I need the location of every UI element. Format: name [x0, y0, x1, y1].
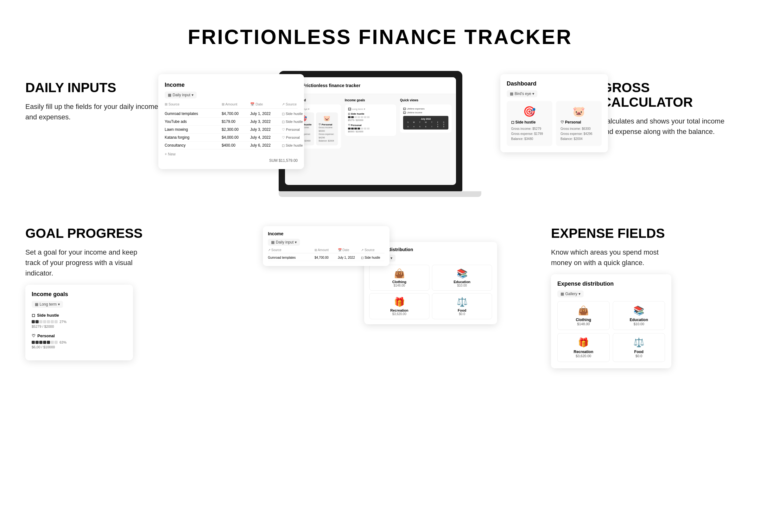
side-hustle-stats: Gross income: $5279 Gross expense: $1799…: [511, 126, 548, 142]
side-hustle-goal: ◻ Side hustle 27% $5279 / $2000: [32, 313, 127, 328]
expense-dist-title: Expense distribution: [557, 281, 665, 287]
bottom-center-area: Income ▦ Daily input ▾ ↗ Source⊞ Amount📅…: [263, 226, 497, 334]
education-expense: 📚 Education $10.00: [613, 301, 665, 330]
daily-input-filter[interactable]: ▦ Daily input ▾: [165, 91, 197, 98]
personal-icon: ♡: [32, 333, 35, 338]
filter-label: Gallery: [565, 292, 577, 296]
filter-label: Long term: [40, 302, 57, 307]
table-row: YouTube ads $179.00 July 3, 2022 ◻ Side …: [165, 118, 298, 126]
add-new-button[interactable]: + New: [165, 152, 298, 157]
side-hustle-amounts: $5279 / $2000: [32, 324, 127, 328]
filter-label: Daily input: [172, 93, 190, 97]
app-quick-views-section: Quick views 🔲 Lifetime expenses 🔲 Lifeti…: [400, 98, 451, 180]
personal-amounts: $6,00 / $10000: [32, 345, 127, 349]
birds-eye-filter[interactable]: ▦ Bird's eye ▾: [507, 90, 537, 97]
income-card: Income ▦ Daily input ▾ ⊞ Source ⊞ Amount…: [158, 74, 304, 169]
filter-icon: ▦: [35, 302, 38, 307]
app-screen: 📦 Frictionless finance tracker Dashboard…: [285, 77, 456, 185]
personal-goal: ♡ Personal 63% $6,00 / $10000: [32, 333, 127, 349]
recreation-icon: 🎁: [561, 337, 605, 348]
food-icon: ⚖️: [617, 337, 661, 348]
daily-inputs-desc: Easily fill up the fields for your daily…: [25, 101, 158, 122]
table-row: Katana forging $4,000.00 July 4, 2022 ♡ …: [165, 134, 298, 142]
education-icon: 📚: [617, 305, 661, 316]
expense-fields-desc: Know which areas you spend most money on…: [551, 247, 671, 268]
gross-calculator-desc: Calculates and shows your total income a…: [602, 116, 735, 137]
expense-fields-feature: EXPENSE FIELDS Know which areas you spen…: [551, 226, 671, 268]
goal-progress-heading: GOAL PROGRESS: [25, 226, 146, 241]
app-content: Dashboard 🔲 Bird's eye ▾ 🎯 ◻ Side hustle…: [285, 94, 456, 185]
clothing-expense: 👜 Clothing $148.00: [557, 301, 610, 330]
recreation-expense: 🎁 Recreation $3,620.00: [557, 333, 610, 362]
goal-progress-feature: GOAL PROGRESS Set a goal for your income…: [25, 226, 146, 278]
long-term-filter[interactable]: ▦ Long term ▾: [32, 301, 63, 308]
app-title: Frictionless finance tracker: [303, 83, 360, 88]
table-row: Consultancy $400.00 July 6, 2022 ◻ Side …: [165, 142, 298, 149]
personal-card: 🐷 ♡ Personal Gross income: $6300 Gross e…: [556, 101, 602, 146]
filter-icon: ▦: [560, 292, 564, 296]
income-card-title: Income: [165, 82, 298, 88]
income-table-body: Gumroad templates $4,700.00 July 1, 2022…: [165, 110, 298, 149]
dashboard-grid: 🎯 ◻ Side hustle Gross income: $5279 Gros…: [507, 101, 602, 146]
chevron-down-icon: ▾: [532, 91, 534, 96]
income-table-header: ⊞ Source ⊞ Amount 📅 Date ↗ Source: [165, 102, 298, 109]
income-filter-small[interactable]: ▦ Daily input ▾: [268, 239, 300, 246]
chevron-down-icon: ▾: [192, 93, 194, 97]
daily-inputs-heading: DAILY INPUTS: [25, 80, 158, 95]
side-hustle-card: 🎯 ◻ Side hustle Gross income: $5279 Gros…: [507, 101, 552, 146]
app-income-goals-section: Income goals 🔲 Long term ▾ ◻ Side hustle: [345, 98, 397, 180]
laptop-mockup: 📦 Frictionless finance tracker Dashboard…: [279, 71, 481, 197]
laptop-base: [279, 191, 481, 197]
income-goals-title: Income goals: [32, 291, 127, 298]
dashboard-card: Dashboard ▦ Bird's eye ▾ 🎯 ◻ Side hustle…: [500, 74, 608, 152]
clothing-icon: 👜: [561, 305, 605, 316]
page-title: FRICTIONLESS FINANCE TRACKER: [0, 0, 760, 49]
table-row: Gumroad templates $4,700.00 July 1, 2022…: [165, 110, 298, 118]
sum-display: SUM $11,579.00: [165, 158, 298, 163]
target-icon: 🎯: [511, 106, 548, 118]
filter-icon: ▦: [168, 93, 171, 97]
income-small-card: Income ▦ Daily input ▾ ↗ Source⊞ Amount📅…: [263, 226, 390, 266]
progress-dots: [32, 320, 58, 323]
expense-grid: 👜 Clothing $148.00 📚 Education $10.00 🎁 …: [557, 301, 665, 362]
gross-calculator-heading: GROSS CALCULATOR: [602, 80, 735, 110]
gallery-filter[interactable]: ▦ Gallery ▾: [557, 290, 584, 297]
chevron-down-icon: ▾: [58, 302, 60, 307]
expense-distribution-card: Expense distribution ▦ Gallery ▾ 👜 Cloth…: [551, 274, 671, 368]
filter-label: Bird's eye: [515, 91, 531, 96]
filter-icon: ▦: [510, 91, 513, 96]
dashboard-card-title: Dashboard: [507, 80, 602, 87]
daily-inputs-feature: DAILY INPUTS Easily fill up the fields f…: [25, 68, 158, 207]
expense-fields-heading: EXPENSE FIELDS: [551, 226, 671, 241]
goal-progress-desc: Set a goal for your income and keep trac…: [25, 247, 146, 278]
food-expense: ⚖️ Food $0.0: [613, 333, 665, 362]
gross-calculator-feature: GROSS CALCULATOR Calculates and shows yo…: [602, 68, 735, 207]
income-goals-card: Income goals ▦ Long term ▾ ◻ Side hustle: [25, 285, 133, 361]
progress-dots-personal: [32, 341, 58, 344]
piggy-icon: 🐷: [560, 106, 597, 118]
side-hustle-icon: ◻: [32, 313, 35, 317]
app-topbar: 📦 Frictionless finance tracker: [285, 77, 456, 94]
chevron-down-icon: ▾: [579, 292, 581, 296]
personal-stats: Gross income: $6300 Gross expense: $4296…: [560, 126, 597, 142]
table-row: Lawn mowing $2,300.00 July 3, 2022 ♡ Per…: [165, 126, 298, 134]
